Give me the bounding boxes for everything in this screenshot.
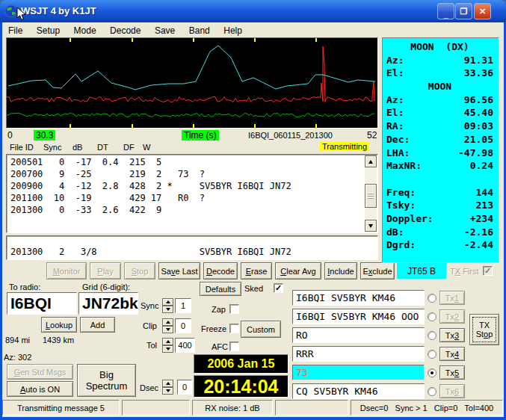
average-text-area[interactable]: 201300 2 3/8 SV5BYR I6BQI JN72: [6, 235, 378, 260]
freeze-checkbox[interactable]: [229, 324, 239, 333]
erase-button[interactable]: Erase: [241, 262, 272, 280]
astro-row: Az:91.31: [386, 54, 493, 67]
tx4-radio[interactable]: [428, 350, 436, 359]
scroll-thumb[interactable]: [365, 184, 377, 208]
menu-save[interactable]: Save: [149, 24, 180, 37]
scroll-up-icon[interactable]: [365, 155, 377, 167]
astro-value: 96.56: [464, 93, 493, 107]
tx6-radio[interactable]: [428, 387, 436, 396]
astro-value: 33.36: [464, 67, 493, 80]
tx1-radio[interactable]: [428, 294, 436, 303]
stop-button[interactable]: Stop: [124, 262, 155, 280]
dsec-value[interactable]: 0: [177, 380, 192, 395]
sync-spin-down[interactable]: [162, 306, 173, 313]
astro-value: +234: [470, 212, 493, 226]
big-spectrum-line1: Big: [86, 369, 128, 380]
decode-row: 201300 0 -33 2.6 422 9: [10, 204, 377, 216]
transmitting-badge: Transmitting: [320, 142, 369, 151]
decode-text-area[interactable]: 200501 0 -17 0.4 215 5 200700 9 -25 219 …: [6, 154, 378, 233]
tx-message-1[interactable]: I6BQI SV5BYR KM46: [292, 290, 425, 306]
afc-checkbox[interactable]: [229, 342, 239, 351]
clip-spin-down[interactable]: [162, 326, 173, 333]
sked-label: Sked: [244, 284, 263, 293]
astro-value: 21.05: [464, 133, 493, 146]
tol-spin-down[interactable]: [162, 345, 173, 353]
menu-setup[interactable]: Setup: [31, 24, 65, 37]
sked-checkbox[interactable]: ✓: [274, 283, 283, 293]
tol-spin-up[interactable]: [162, 338, 173, 345]
tx4-button[interactable]: Tx 4: [439, 347, 465, 361]
tx6-button[interactable]: Tx 6: [439, 384, 465, 398]
astro-label: Az:: [386, 54, 404, 67]
status-params: Dsec=0 Sync > 1 Clip=0 Tol=400: [351, 400, 503, 416]
decode-button[interactable]: Decode: [203, 262, 238, 280]
clip-label: Clip: [143, 321, 157, 330]
tx-stop-button[interactable]: TXStop: [469, 314, 499, 345]
astro-row: Az:96.56: [386, 93, 493, 107]
tx-message-2[interactable]: I6BQI SV5BYR KM46 OOO: [292, 309, 425, 324]
gen-std-msgs-button[interactable]: Gen Std Msgs: [7, 364, 73, 380]
monitor-button[interactable]: Monitor: [46, 262, 87, 280]
menu-decode[interactable]: Decode: [105, 24, 146, 37]
astro-value: 144: [476, 186, 493, 200]
to-radio-input[interactable]: I6BQI: [7, 292, 77, 315]
astro-row: RA:09:03: [386, 120, 493, 133]
sync-spin-up[interactable]: [162, 298, 173, 306]
lookup-button[interactable]: Lookup: [41, 317, 77, 333]
tx-message-3[interactable]: RO: [292, 327, 425, 343]
astro-label: Tsky:: [386, 199, 416, 212]
zap-checkbox[interactable]: [229, 304, 239, 314]
scroll-down-icon[interactable]: [365, 220, 377, 232]
exclude-button[interactable]: Exclude: [360, 262, 395, 280]
sync-value[interactable]: 1: [175, 298, 191, 313]
close-button[interactable]: ✕: [474, 3, 491, 19]
clear-avg-button[interactable]: Clear Avg: [275, 262, 321, 280]
tx1-button[interactable]: Tx 1: [439, 291, 465, 305]
clip-spin-up[interactable]: [162, 318, 173, 326]
window-title-author: by K1JT: [58, 5, 96, 16]
menu-file[interactable]: File: [3, 24, 28, 37]
dsec-spin-up[interactable]: [162, 380, 173, 387]
defaults-button[interactable]: Defaults: [200, 282, 241, 296]
tx-message-6[interactable]: CQ SV5BYR KM46: [292, 383, 425, 399]
save-last-button[interactable]: Save Last: [158, 262, 200, 280]
astro-row: Dec:21.05: [386, 133, 493, 146]
minimize-button[interactable]: _: [437, 3, 454, 19]
astro-row: MaxNR:0.24: [386, 159, 493, 173]
astro-row: LHA:-47.98: [386, 146, 493, 160]
clip-value[interactable]: 0: [175, 318, 191, 333]
include-button[interactable]: Include: [324, 262, 357, 280]
grid-input[interactable]: JN72bk: [78, 292, 138, 315]
tx-message-5[interactable]: 73: [292, 365, 425, 380]
astro-value: 45.40: [464, 106, 493, 120]
tx5-radio[interactable]: [428, 368, 436, 377]
auto-button[interactable]: Auto is ON: [7, 381, 73, 397]
col-df: DF: [123, 143, 135, 152]
tx-message-4[interactable]: RRR: [292, 346, 425, 362]
menu-help[interactable]: Help: [218, 24, 247, 37]
tol-value[interactable]: 400: [175, 338, 195, 353]
dsec-spin-down[interactable]: [162, 387, 173, 395]
tx5-button[interactable]: Tx 5: [439, 365, 465, 380]
menu-band[interactable]: Band: [184, 24, 215, 37]
tx2-button[interactable]: Tx 2: [439, 309, 465, 324]
col-file-id: File ID: [10, 143, 34, 152]
add-button[interactable]: Add: [80, 317, 115, 333]
status-rx-noise: RX noise: 1 dB: [192, 400, 273, 416]
tx-first-checkbox[interactable]: ✓: [483, 266, 493, 276]
maximize-button[interactable]: ❐: [455, 3, 472, 19]
play-button[interactable]: Play: [90, 262, 121, 280]
tx3-radio[interactable]: [428, 331, 436, 340]
decode-scrollbar[interactable]: [365, 155, 377, 232]
decode-row: 201100 10 -19 429 17 R0 ?: [10, 192, 377, 204]
astro-label: RA:: [386, 120, 404, 133]
astro-value: -2.16: [464, 226, 493, 239]
custom-button[interactable]: Custom: [241, 321, 281, 338]
col-sync: Sync: [43, 143, 61, 152]
astro-row: dB:-2.16: [386, 226, 493, 239]
menu-mode[interactable]: Mode: [69, 24, 102, 37]
big-spectrum-button[interactable]: BigSpectrum: [77, 364, 136, 397]
tx3-button[interactable]: Tx 3: [439, 328, 465, 342]
tx2-radio[interactable]: [428, 312, 436, 321]
astro-value: 91.31: [464, 54, 493, 67]
